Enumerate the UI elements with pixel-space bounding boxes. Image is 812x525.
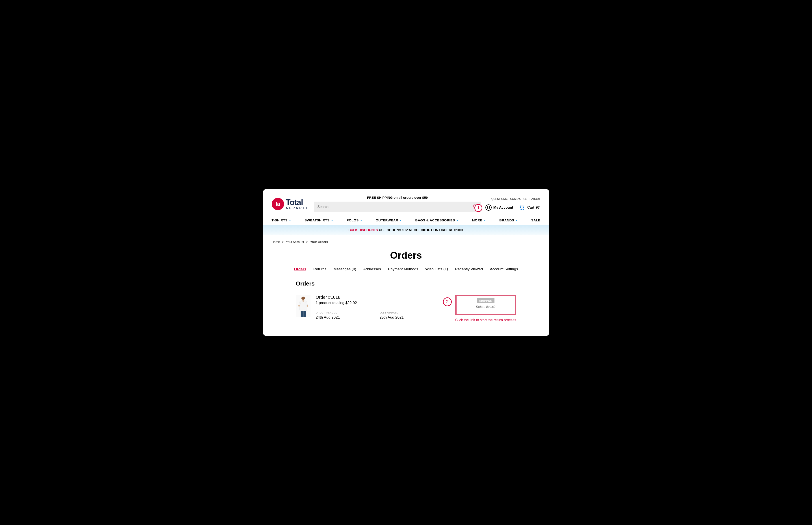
chevron-down-icon (515, 220, 517, 221)
promo-banner: BULK DISCOUNTS USE CODE 'BULK' AT CHECKO… (263, 225, 549, 235)
app-window: ta Total APPAREL FREE SHIPPING on all or… (263, 189, 549, 336)
logo-brand: Total (286, 198, 310, 207)
product-thumbnail[interactable] (296, 295, 311, 317)
breadcrumb: Home > Your Account > Your Orders (263, 235, 549, 246)
orders-heading: Orders (296, 280, 516, 287)
nav-label: T-SHIRTS (272, 218, 288, 222)
nav-sale[interactable]: SALE (531, 218, 540, 222)
about-link[interactable]: ABOUT (531, 197, 540, 200)
my-account-link[interactable]: My Account (485, 205, 513, 211)
chevron-down-icon (289, 220, 291, 221)
order-actions: 2 SHIPPED Return Items? Click the link t… (455, 295, 516, 322)
annotation-1: 1 (475, 204, 482, 212)
order-row: Order #1018 1 product totaling $22.92 OR… (296, 295, 516, 322)
header: ta Total APPAREL FREE SHIPPING on all or… (263, 196, 549, 212)
logo[interactable]: ta Total APPAREL (272, 198, 310, 210)
nav-more[interactable]: MORE (472, 218, 486, 222)
svg-point-10 (307, 305, 308, 307)
chevron-down-icon (456, 220, 458, 221)
svg-rect-7 (301, 311, 303, 317)
nav-label: BAGS & ACCESSORIES (415, 218, 455, 222)
questions-label: QUESTIONS? (491, 197, 508, 200)
nav-outerwear[interactable]: OUTERWEAR (376, 218, 402, 222)
cart-link[interactable]: Cart (0) (518, 205, 541, 211)
svg-point-3 (523, 209, 524, 210)
nav-polos[interactable]: POLOS (347, 218, 362, 222)
action-highlight-box: SHIPPED Return Items? (455, 295, 516, 315)
nav-bags[interactable]: BAGS & ACCESSORIES (415, 218, 458, 222)
main-nav: T-SHIRTS SWEATSHIRTS POLOS OUTERWEAR BAG… (263, 215, 549, 225)
order-number[interactable]: Order #1018 (316, 295, 450, 300)
svg-point-6 (302, 300, 304, 302)
tab-messages[interactable]: Messages (0) (334, 267, 356, 271)
chevron-down-icon (331, 220, 333, 221)
update-value: 25th Aug 2021 (379, 315, 404, 320)
tab-addresses[interactable]: Addresses (363, 267, 381, 271)
promo-bulk: BULK DISCOUNTS (348, 228, 378, 232)
svg-rect-8 (303, 311, 306, 317)
promo-text: USE CODE 'BULK' AT CHECKOUT ON ORDERS $1… (378, 228, 463, 232)
header-center: FREE SHIPPING on all orders over $59 (314, 196, 481, 212)
annotation-caption: Click the link to start the return proce… (455, 318, 516, 322)
placed-value: 24th Aug 2021 (316, 315, 340, 320)
tab-settings[interactable]: Account Settings (490, 267, 518, 271)
logo-subbrand: APPAREL (286, 207, 310, 210)
free-shipping-banner: FREE SHIPPING on all orders over $59 (367, 196, 428, 199)
svg-point-2 (521, 209, 522, 210)
cart-count: (0) (536, 206, 541, 210)
divider (296, 290, 516, 290)
nav-sweatshirts[interactable]: SWEATSHIRTS (304, 218, 333, 222)
crumb-home[interactable]: Home (272, 240, 280, 244)
nav-brands[interactable]: BRANDS (499, 218, 517, 222)
tab-recently[interactable]: Recently Viewed (455, 267, 483, 271)
meta-update: LAST UPDATE 25th Aug 2021 (379, 311, 404, 320)
my-account-label: My Account (493, 206, 513, 210)
chevron-down-icon (360, 220, 362, 221)
logo-text: Total APPAREL (286, 198, 310, 210)
crumb-current: Your Orders (310, 240, 328, 244)
nav-label: SALE (531, 218, 540, 222)
nav-label: SWEATSHIRTS (304, 218, 330, 222)
status-badge: SHIPPED (477, 298, 495, 303)
cart-icon (518, 205, 526, 211)
tab-payment[interactable]: Payment Methods (388, 267, 418, 271)
nav-label: BRANDS (499, 218, 514, 222)
tab-orders[interactable]: Orders (294, 267, 306, 271)
svg-point-9 (298, 305, 300, 307)
tab-returns[interactable]: Returns (313, 267, 327, 271)
nav-label: MORE (472, 218, 482, 222)
nav-tshirts[interactable]: T-SHIRTS (272, 218, 291, 222)
orders-section: Orders Order #1018 (263, 280, 549, 322)
meta-placed: ORDER PLACED 24th Aug 2021 (316, 311, 340, 320)
crumb-account[interactable]: Your Account (286, 240, 304, 244)
account-row: 1 My Account Cart (0) (485, 205, 541, 211)
chevron-down-icon (400, 220, 402, 221)
crumb-sep: > (306, 240, 308, 244)
account-tabs: Orders Returns Messages (0) Addresses Pa… (263, 267, 549, 271)
annotation-2: 2 (443, 297, 452, 306)
order-meta: ORDER PLACED 24th Aug 2021 LAST UPDATE 2… (316, 311, 450, 320)
tab-wishlists[interactable]: Wish Lists (1) (425, 267, 448, 271)
divider: | (529, 197, 529, 200)
return-items-link[interactable]: Return Items? (476, 305, 495, 309)
header-right: QUESTIONS? CONTACT US | ABOUT 1 My Accou… (485, 197, 541, 211)
order-info: Order #1018 1 product totaling $22.92 OR… (316, 295, 450, 322)
crumb-sep: > (282, 240, 284, 244)
search-input[interactable] (317, 205, 473, 209)
page-title: Orders (263, 250, 549, 261)
placed-label: ORDER PLACED (316, 311, 340, 314)
cart-label: Cart (527, 206, 535, 210)
chevron-down-icon (484, 220, 486, 221)
nav-label: POLOS (347, 218, 359, 222)
update-label: LAST UPDATE (379, 311, 404, 314)
order-summary: 1 product totaling $22.92 (316, 301, 450, 305)
top-links: QUESTIONS? CONTACT US | ABOUT (491, 197, 541, 200)
logo-badge: ta (272, 198, 284, 210)
contact-link[interactable]: CONTACT US (510, 197, 527, 200)
nav-label: OUTERWEAR (376, 218, 399, 222)
person-icon (485, 205, 492, 211)
search-wrapper (314, 201, 481, 212)
